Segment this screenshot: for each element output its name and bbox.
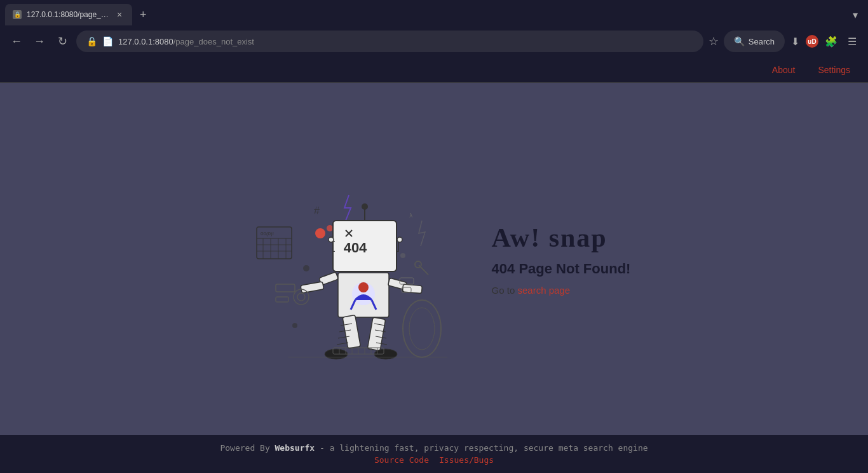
- ublock-badge[interactable]: uD: [806, 35, 818, 48]
- page-icon: 📄: [102, 36, 113, 46]
- svg-point-46: [297, 293, 305, 301]
- error-container: # 00(0)!: [238, 157, 631, 360]
- svg-line-34: [337, 343, 348, 345]
- svg-text:#: #: [314, 205, 320, 216]
- svg-rect-29: [402, 284, 422, 294]
- address-host: 127.0.0.1:8080: [118, 37, 173, 46]
- search-button[interactable]: 🔍 Search: [724, 31, 785, 52]
- svg-text:404: 404: [343, 240, 367, 256]
- new-tab-button[interactable]: +: [135, 7, 152, 23]
- svg-point-61: [292, 323, 297, 328]
- svg-point-44: [415, 261, 421, 268]
- search-page-link[interactable]: search page: [517, 285, 570, 296]
- svg-rect-30: [342, 315, 360, 349]
- nav-links-bar: About Settings: [0, 57, 868, 83]
- footer: Powered By Websurfx - a lightening fast,…: [0, 435, 868, 473]
- address-text[interactable]: 127.0.0.1:8080/page_does_not_exist: [118, 37, 254, 46]
- svg-rect-48: [276, 297, 288, 302]
- footer-powered-by: Powered By Websurfx - a lightening fast,…: [220, 443, 648, 453]
- tab-bar: 🔒 127.0.0.1:8080/page_d... × + ▾: [0, 0, 868, 25]
- svg-point-60: [303, 265, 309, 271]
- main-content: # 00(0)!: [0, 83, 868, 435]
- address-bar[interactable]: 🔒 📄 127.0.0.1:8080/page_does_not_exist: [76, 31, 703, 52]
- svg-point-1: [315, 228, 325, 238]
- svg-point-63: [329, 237, 334, 242]
- footer-brand: Websurfx: [275, 443, 315, 453]
- bookmark-button[interactable]: ☆: [709, 34, 719, 48]
- address-path: /page_does_not_exist: [173, 37, 254, 46]
- browser-chrome: 🔒 127.0.0.1:8080/page_d... × + ▾ ← → ↻ 🔒…: [0, 0, 868, 83]
- error-subheading: 404 Page Not Found!: [492, 261, 631, 277]
- download-button[interactable]: ⬇: [787, 33, 803, 50]
- svg-point-50: [409, 308, 435, 350]
- lock-icon: 🔒: [86, 36, 97, 46]
- issues-bugs-link[interactable]: Issues/Bugs: [439, 455, 494, 465]
- svg-rect-35: [367, 317, 385, 351]
- footer-tagline: - a lightening fast, privacy respecting,…: [315, 443, 648, 453]
- robot-illustration: # 00(0)!: [238, 157, 454, 360]
- tab-list-button[interactable]: ▾: [848, 8, 863, 22]
- active-tab[interactable]: 🔒 127.0.0.1:8080/page_d... ×: [5, 4, 132, 25]
- search-icon: 🔍: [734, 36, 745, 46]
- menu-button[interactable]: ☰: [844, 33, 860, 50]
- error-heading: Aw! snap: [492, 223, 631, 253]
- tab-title: 127.0.0.1:8080/page_d...: [27, 10, 109, 19]
- svg-rect-27: [301, 282, 324, 293]
- refresh-button[interactable]: ↻: [53, 32, 71, 51]
- svg-rect-47: [276, 284, 295, 292]
- toolbar-right: 🔍 Search ⬇ uD 🧩 ☰: [724, 31, 860, 52]
- tab-favicon: 🔒: [13, 10, 22, 19]
- go-to-text: Go to search page: [492, 285, 631, 296]
- svg-point-64: [397, 237, 402, 242]
- svg-point-49: [403, 300, 441, 357]
- back-button[interactable]: ←: [8, 32, 25, 51]
- svg-point-2: [327, 225, 333, 231]
- footer-powered-text: Powered By: [220, 443, 275, 453]
- about-link[interactable]: About: [762, 60, 806, 80]
- robot-svg: # 00(0)!: [238, 157, 454, 360]
- footer-links: Source Code Issues/Bugs: [374, 455, 494, 465]
- tab-close-button[interactable]: ×: [114, 10, 125, 20]
- go-to-prefix: Go to: [492, 285, 518, 296]
- address-bar-row: ← → ↻ 🔒 📄 127.0.0.1:8080/page_does_not_e…: [0, 25, 868, 57]
- svg-point-18: [362, 203, 368, 210]
- svg-point-23: [358, 282, 369, 292]
- svg-text:λ: λ: [409, 212, 413, 219]
- forward-button[interactable]: →: [31, 32, 48, 51]
- settings-link[interactable]: Settings: [808, 60, 860, 80]
- svg-text:00(0)!: 00(0)!: [261, 231, 274, 236]
- extensions-button[interactable]: 🧩: [821, 33, 841, 50]
- svg-point-62: [400, 253, 405, 258]
- error-text-area: Aw! snap 404 Page Not Found! Go to searc…: [492, 223, 631, 296]
- search-label: Search: [749, 37, 775, 46]
- source-code-link[interactable]: Source Code: [374, 455, 429, 465]
